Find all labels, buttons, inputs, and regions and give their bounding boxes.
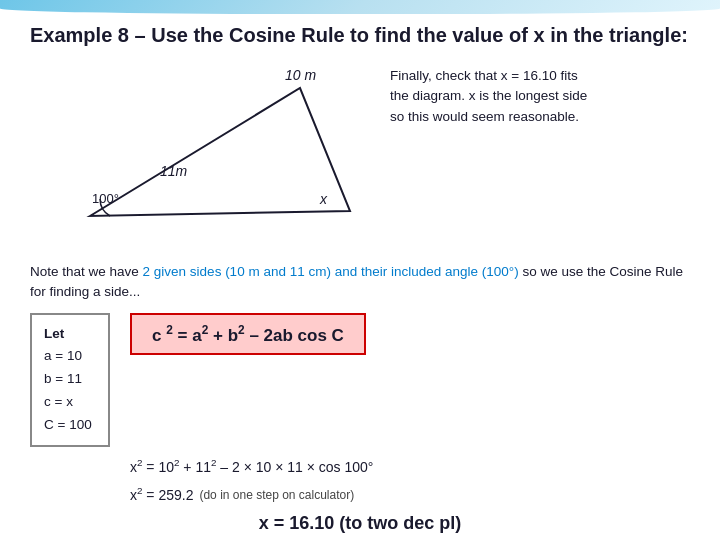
formula-box: c 2 = a2 + b2 – 2ab cos C [130, 313, 366, 356]
let-b: b = 11 [44, 368, 96, 391]
eq2-text: x2 = 259.2 [130, 481, 193, 509]
finally-box: Finally, check that x = 16.10 fits the d… [390, 66, 590, 127]
result-line: x = 16.10 (to two dec pl) [30, 513, 690, 534]
page-title: Example 8 – Use the Cosine Rule to find … [30, 22, 690, 48]
let-box: Let a = 10 b = 11 c = x C = 100 [30, 313, 110, 448]
label-11m: 11m [160, 163, 188, 179]
note-section: Note that we have 2 given sides (10 m an… [30, 262, 690, 303]
note-highlight: 2 given sides (10 m and 11 cm) and their… [143, 264, 519, 279]
equation-2: x2 = 259.2 (do in one step on calculator… [130, 481, 690, 509]
result-text: x = 16.10 (to two dec pl) [259, 513, 462, 533]
formula-text: c 2 = a2 + b2 – 2ab cos C [152, 323, 344, 346]
eq2-note: (do in one step on calculator) [199, 483, 354, 507]
label-x: x [319, 191, 328, 207]
equation-1: x2 = 102 + 112 – 2 × 10 × 11 × cos 100° [130, 453, 690, 481]
formula-row: Let a = 10 b = 11 c = x C = 100 c 2 = a2… [30, 313, 690, 448]
label-angle: 100° [92, 191, 119, 206]
let-C: C = 100 [44, 414, 96, 437]
title-text: Example 8 – Use the Cosine Rule to find … [30, 24, 688, 46]
let-a: a = 10 [44, 345, 96, 368]
svg-marker-0 [90, 88, 350, 216]
triangle-diagram: 10 m 100° 11m x [30, 56, 370, 256]
triangle-svg: 10 m 100° 11m x [30, 56, 370, 241]
equations-section: x2 = 102 + 112 – 2 × 10 × 11 × cos 100° … [130, 453, 690, 509]
let-c: c = x [44, 391, 96, 414]
let-label: Let [44, 323, 96, 346]
label-10m: 10 m [285, 67, 316, 83]
finally-text: Finally, check that x = 16.10 fits the d… [390, 68, 587, 124]
eq1-text: x2 = 102 + 112 – 2 × 10 × 11 × cos 100° [130, 453, 373, 481]
main-content-area: 10 m 100° 11m x Finally, check that x = … [30, 56, 690, 256]
